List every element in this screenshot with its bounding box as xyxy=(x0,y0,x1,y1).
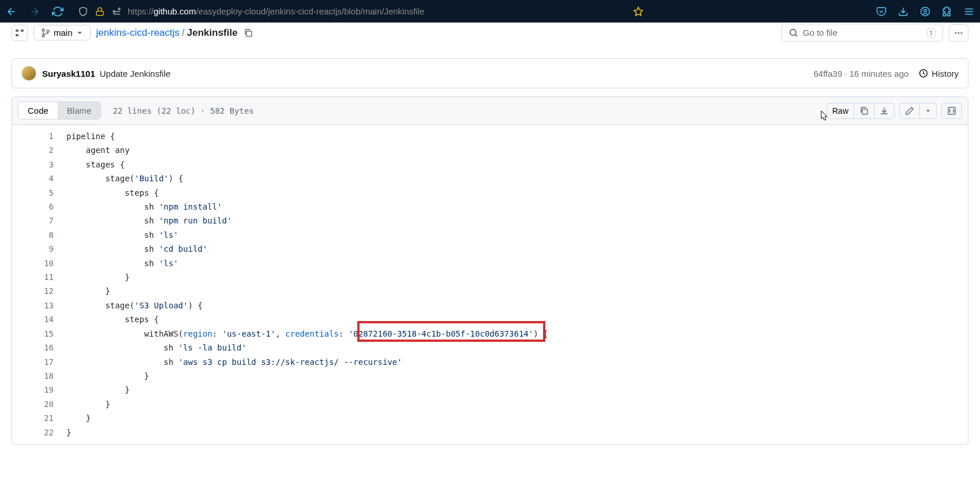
line-content[interactable]: } xyxy=(66,426,968,439)
line-number[interactable]: 20 xyxy=(12,397,66,411)
code-line[interactable]: 16 sh 'ls -la build' xyxy=(12,341,968,355)
line-content[interactable]: } xyxy=(66,411,968,425)
reload-button[interactable] xyxy=(52,6,63,17)
code-line[interactable]: 13 stage('S3 Upload') { xyxy=(12,299,968,312)
commit-message[interactable]: Update Jenkinsfile xyxy=(100,69,171,79)
url-bar[interactable]: https://github.com/easydeploy-cloud/jenk… xyxy=(72,6,649,17)
code-line[interactable]: 6 sh 'npm install' xyxy=(12,200,968,214)
code-line[interactable]: 5 steps { xyxy=(12,186,968,200)
code-line[interactable]: 9 sh 'cd build' xyxy=(12,242,968,256)
line-number[interactable]: 19 xyxy=(12,383,66,397)
branch-selector[interactable]: main xyxy=(33,25,91,40)
raw-button[interactable]: Raw xyxy=(827,103,854,118)
go-to-file-input[interactable]: Go to file t xyxy=(781,24,943,42)
avatar[interactable] xyxy=(21,66,36,81)
code-line[interactable]: 8 sh 'ls' xyxy=(12,228,968,242)
code-line[interactable]: 20 } xyxy=(12,397,968,411)
extensions-icon[interactable] xyxy=(942,6,952,17)
line-content[interactable]: } xyxy=(66,270,968,284)
code-line[interactable]: 2 agent any xyxy=(12,143,968,157)
commit-meta[interactable]: 64ffa39 · 16 minutes ago xyxy=(813,69,908,79)
line-number[interactable]: 4 xyxy=(12,171,66,185)
line-number[interactable]: 7 xyxy=(12,214,66,228)
download-icon[interactable] xyxy=(874,103,894,118)
code-line[interactable]: 14 steps { xyxy=(12,312,968,326)
downloads-icon[interactable] xyxy=(898,6,908,17)
line-content[interactable]: withAWS(region: 'us-east-1', credentials… xyxy=(66,327,968,341)
account-icon[interactable] xyxy=(920,6,930,17)
line-content[interactable]: } xyxy=(66,369,968,383)
more-options-button[interactable] xyxy=(949,24,968,42)
commit-author[interactable]: Suryask1101 xyxy=(42,69,95,79)
shield-icon[interactable] xyxy=(78,6,88,17)
line-number[interactable]: 13 xyxy=(12,299,66,312)
line-number[interactable]: 1 xyxy=(12,129,66,143)
line-number[interactable]: 10 xyxy=(12,256,66,270)
breadcrumb-repo[interactable]: jenkins-cicd-reactjs xyxy=(96,27,180,39)
line-content[interactable]: pipeline { xyxy=(66,129,968,143)
forward-button[interactable] xyxy=(29,6,40,17)
line-content[interactable]: agent any xyxy=(66,143,968,157)
line-content[interactable]: sh 'ls' xyxy=(66,256,968,270)
permissions-icon[interactable] xyxy=(111,6,122,17)
back-button[interactable] xyxy=(6,6,17,17)
line-content[interactable]: } xyxy=(66,284,968,298)
history-link[interactable]: History xyxy=(919,69,959,79)
line-content[interactable]: steps { xyxy=(66,312,968,326)
line-content[interactable]: stage('Build') { xyxy=(66,171,968,185)
line-content[interactable]: sh 'ls' xyxy=(66,228,968,242)
tab-code[interactable]: Code xyxy=(18,102,58,119)
line-number[interactable]: 3 xyxy=(12,158,66,171)
code-line[interactable]: 12 } xyxy=(12,284,968,298)
line-number[interactable]: 16 xyxy=(12,341,66,355)
line-number[interactable]: 11 xyxy=(12,270,66,284)
line-number[interactable]: 22 xyxy=(12,426,66,439)
line-number[interactable]: 18 xyxy=(12,369,66,383)
copy-icon[interactable] xyxy=(854,103,874,118)
line-content[interactable]: sh 'npm run build' xyxy=(66,214,968,228)
line-content[interactable]: sh 'npm install' xyxy=(66,200,968,214)
code-line[interactable]: 22} xyxy=(12,426,968,439)
code-line[interactable]: 11 } xyxy=(12,270,968,284)
line-number[interactable]: 5 xyxy=(12,186,66,200)
copy-path-icon[interactable] xyxy=(244,28,253,38)
code-line[interactable]: 17 sh 'aws s3 cp build s3://sk-reactjs/ … xyxy=(12,355,968,369)
line-content[interactable]: stages { xyxy=(66,158,968,171)
svg-point-5 xyxy=(924,9,927,12)
line-content[interactable]: } xyxy=(66,383,968,397)
code-line[interactable]: 15 withAWS(region: 'us-east-1', credenti… xyxy=(12,327,968,341)
code-line[interactable]: 3 stages { xyxy=(12,158,968,171)
edit-dropdown-icon[interactable] xyxy=(920,103,936,118)
symbols-icon[interactable] xyxy=(941,103,962,119)
line-content[interactable]: stage('S3 Upload') { xyxy=(66,299,968,312)
line-number[interactable]: 6 xyxy=(12,200,66,214)
line-number[interactable]: 21 xyxy=(12,411,66,425)
code-line[interactable]: 1pipeline { xyxy=(12,129,968,143)
line-content[interactable]: sh 'aws s3 cp build s3://sk-reactjs/ --r… xyxy=(66,355,968,369)
lock-icon[interactable] xyxy=(95,7,104,16)
code-line[interactable]: 21 } xyxy=(12,411,968,425)
code-body[interactable]: 1pipeline {2 agent any3 stages {4 stage(… xyxy=(12,125,968,444)
line-number[interactable]: 2 xyxy=(12,143,66,157)
line-number[interactable]: 17 xyxy=(12,355,66,369)
code-line[interactable]: 7 sh 'npm run build' xyxy=(12,214,968,228)
edit-icon[interactable] xyxy=(900,103,920,118)
menu-icon[interactable] xyxy=(964,6,974,17)
code-line[interactable]: 19 } xyxy=(12,383,968,397)
line-number[interactable]: 8 xyxy=(12,228,66,242)
line-number[interactable]: 12 xyxy=(12,284,66,298)
line-content[interactable]: steps { xyxy=(66,186,968,200)
line-number[interactable]: 9 xyxy=(12,242,66,256)
tab-blame[interactable]: Blame xyxy=(58,102,101,119)
line-content[interactable]: } xyxy=(66,397,968,411)
code-line[interactable]: 4 stage('Build') { xyxy=(12,171,968,185)
line-number[interactable]: 14 xyxy=(12,312,66,326)
line-number[interactable]: 15 xyxy=(12,327,66,341)
code-line[interactable]: 18 } xyxy=(12,369,968,383)
file-tree-icon[interactable] xyxy=(12,25,28,41)
bookmark-star-icon[interactable] xyxy=(633,6,644,17)
line-content[interactable]: sh 'ls -la build' xyxy=(66,341,968,355)
pocket-icon[interactable] xyxy=(876,6,887,17)
code-line[interactable]: 10 sh 'ls' xyxy=(12,256,968,270)
line-content[interactable]: sh 'cd build' xyxy=(66,242,968,256)
